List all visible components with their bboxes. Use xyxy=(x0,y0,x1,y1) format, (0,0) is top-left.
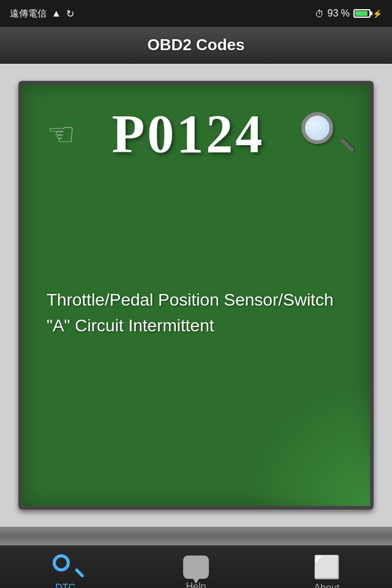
dtc-description: Throttle/Pedal Position Sensor/Switch "A… xyxy=(47,287,345,339)
dtc-card[interactable]: ☞ P0124 Throttle/Pedal Position Sensor/S… xyxy=(18,81,374,510)
tab-dtc[interactable]: DTC xyxy=(0,546,130,588)
card-shelf xyxy=(0,527,392,545)
tab-about[interactable]: ⬜ About xyxy=(262,546,392,588)
dtc-search-icon xyxy=(53,554,78,580)
status-bar: 遠傳電信 ▲ ↻ ⏱ 93 % ⚡ xyxy=(0,0,392,27)
card-header: ☞ P0124 xyxy=(47,103,345,165)
main-content: ☞ P0124 Throttle/Pedal Position Sensor/S… xyxy=(0,64,392,527)
reload-icon: ↻ xyxy=(66,8,74,20)
clock-icon: ⏱ xyxy=(315,9,324,19)
magnify-handle xyxy=(340,137,355,152)
battery-indicator: ⚡ xyxy=(353,9,382,18)
magnify-glass xyxy=(301,112,333,144)
charging-icon: ⚡ xyxy=(372,9,382,18)
wifi-icon: ▲ xyxy=(51,8,61,19)
navigation-bar: OBD2 Codes xyxy=(0,27,392,64)
tab-bar: DTC Help ⬜ About xyxy=(0,545,392,588)
dtc-code-display: P0124 xyxy=(75,103,301,165)
tab-about-label: About xyxy=(314,582,339,589)
search-icon-container[interactable] xyxy=(301,112,345,156)
battery-percent: 93 % xyxy=(328,8,350,19)
hand-pointer-icon: ☞ xyxy=(47,116,75,153)
page-title: OBD2 Codes xyxy=(148,36,245,55)
tab-dtc-label: DTC xyxy=(55,582,75,589)
carrier-text: 遠傳電信 xyxy=(10,8,47,20)
help-bubble-icon xyxy=(183,556,209,579)
tab-help[interactable]: Help xyxy=(130,546,261,588)
about-icon: ⬜ xyxy=(313,554,341,580)
